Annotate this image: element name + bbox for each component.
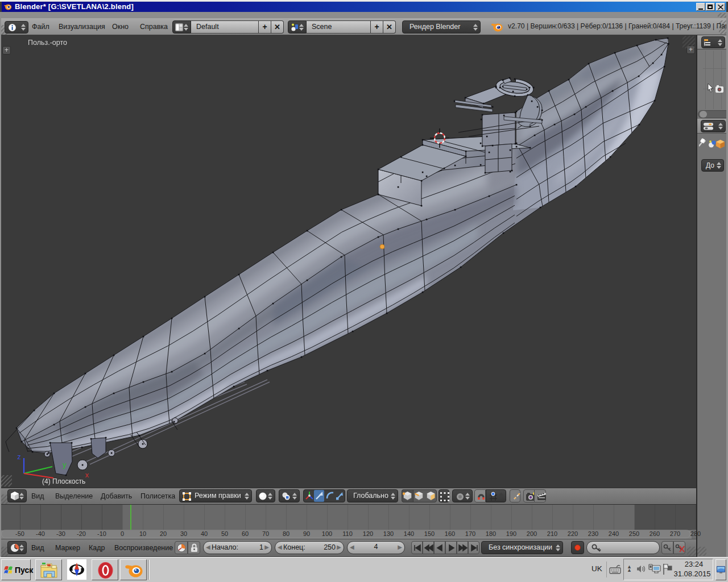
svg-text:x: x — [85, 471, 89, 479]
svg-text:y: y — [63, 460, 67, 469]
svg-text:z: z — [17, 452, 21, 461]
